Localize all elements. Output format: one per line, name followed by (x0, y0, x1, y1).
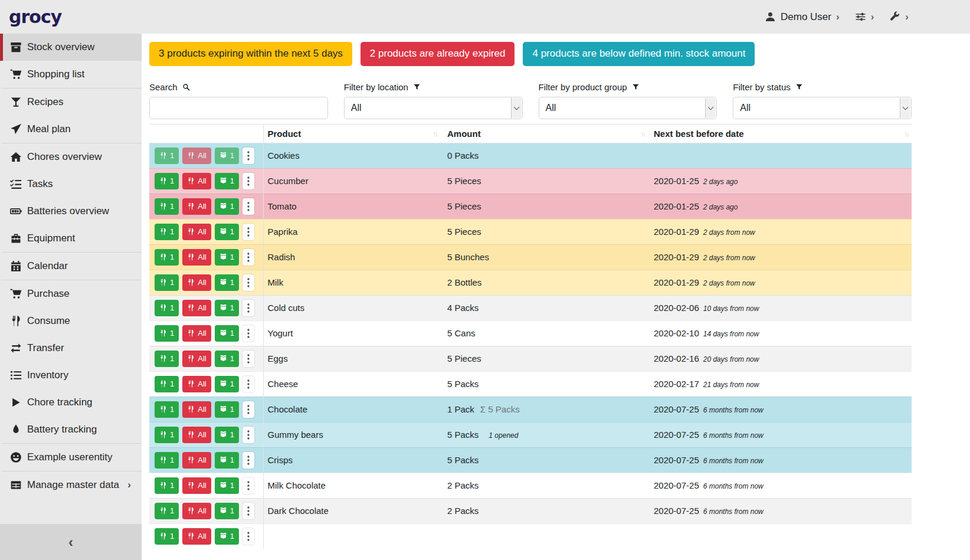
sidebar-item-example-userentity[interactable]: Example userentity (0, 443, 142, 471)
consume-all-button[interactable]: All (182, 376, 211, 392)
product-column-header[interactable]: Product ↑↓ (263, 124, 440, 143)
sidebar-item-equipment[interactable]: Equipment (0, 225, 142, 252)
row-menu-button[interactable] (242, 325, 254, 342)
consume-all-button[interactable]: All (182, 249, 211, 266)
row-menu-button[interactable] (242, 274, 254, 291)
row-menu-button[interactable] (242, 427, 254, 443)
consume-all-button[interactable]: All (182, 401, 211, 418)
consume-all-button[interactable]: All (182, 173, 211, 189)
app-logo[interactable]: grocy (9, 6, 61, 27)
sidebar-item-recipes[interactable]: Recipes (0, 88, 142, 116)
product-group-select[interactable]: All (539, 97, 717, 119)
row-menu-button[interactable] (242, 148, 254, 164)
row-menu-button[interactable] (242, 401, 254, 418)
amount-column-header[interactable]: Amount ↑↓ (440, 124, 648, 143)
consume-one-button[interactable]: 1 (155, 198, 179, 215)
sidebar-item-battery-tracking[interactable]: Battery tracking (0, 416, 142, 443)
row-menu-button[interactable] (242, 300, 254, 316)
consume-all-button[interactable]: All (182, 503, 211, 519)
sidebar-item-transfer[interactable]: Transfer (0, 335, 142, 362)
row-menu-button[interactable] (242, 503, 254, 519)
open-one-button[interactable]: 1 (215, 503, 239, 519)
row-menu-button[interactable] (242, 528, 254, 545)
status-alert[interactable]: 3 products expiring within the next 5 da… (149, 42, 352, 66)
consume-one-button[interactable]: 1 (155, 477, 179, 494)
consume-one-button[interactable]: 1 (155, 452, 179, 469)
open-one-button[interactable]: 1 (215, 274, 239, 291)
open-one-button[interactable]: 1 (215, 528, 239, 545)
row-menu-button[interactable] (242, 198, 254, 215)
open-one-button[interactable]: 1 (215, 249, 239, 266)
row-menu-button[interactable] (242, 224, 254, 240)
sort-icon[interactable]: ↑↓ (640, 129, 644, 138)
consume-one-button[interactable]: 1 (155, 427, 179, 443)
sidebar-item-chore-tracking[interactable]: Chore tracking (0, 389, 142, 416)
open-one-button[interactable]: 1 (215, 224, 239, 240)
consume-one-button[interactable]: 1 (155, 376, 179, 392)
consume-one-button[interactable]: 1 (155, 325, 179, 342)
sidebar-item-shopping-list[interactable]: Shopping list (0, 61, 142, 88)
consume-all-button[interactable]: All (182, 427, 211, 443)
admin-menu[interactable]: › (889, 11, 909, 22)
consume-all-button[interactable]: All (182, 224, 211, 240)
consume-one-button[interactable]: 1 (155, 351, 179, 367)
row-menu-button[interactable] (242, 376, 254, 392)
search-input[interactable] (149, 97, 328, 119)
consume-one-button[interactable]: 1 (155, 528, 179, 545)
consume-one-button[interactable]: 1 (155, 274, 179, 291)
consume-all-button[interactable]: All (182, 198, 211, 215)
sidebar-item-batteries-overview[interactable]: Batteries overview (0, 198, 142, 225)
open-one-button[interactable]: 1 (215, 401, 239, 418)
sidebar-item-meal-plan[interactable]: Meal plan (0, 116, 142, 143)
open-one-button[interactable]: 1 (215, 351, 239, 367)
consume-one-button[interactable]: 1 (155, 300, 179, 316)
sort-icon[interactable]: ↑↓ (432, 129, 437, 138)
row-menu-button[interactable] (242, 173, 254, 189)
sidebar-item-tasks[interactable]: Tasks (0, 171, 142, 198)
consume-all-button[interactable]: All (182, 351, 211, 367)
row-menu-button[interactable] (242, 249, 254, 266)
best-before-column-header[interactable]: Next best before date ↑↓ (648, 124, 912, 143)
consume-one-button[interactable]: 1 (155, 173, 179, 189)
consume-one-button[interactable]: 1 (155, 224, 179, 240)
row-menu-button[interactable] (242, 477, 254, 494)
open-one-button[interactable]: 1 (215, 173, 239, 189)
row-menu-button[interactable] (242, 452, 254, 469)
consume-one-button[interactable]: 1 (155, 249, 179, 266)
utensils-icon (159, 355, 167, 362)
open-one-button[interactable]: 1 (215, 427, 239, 443)
location-select[interactable]: All (344, 97, 523, 119)
open-one-button[interactable]: 1 (215, 325, 239, 342)
consume-all-button[interactable]: All (182, 325, 211, 342)
open-one-button[interactable]: 1 (215, 300, 239, 316)
consume-all-button[interactable]: All (182, 528, 211, 545)
consume-one-button[interactable]: 1 (155, 503, 179, 519)
sort-icon[interactable]: ↑↓ (904, 129, 908, 138)
user-menu[interactable]: Demo User › (765, 11, 840, 23)
status-select[interactable]: All (733, 97, 912, 119)
sidebar-item-purchase[interactable]: Purchase (0, 280, 142, 307)
consume-all-button[interactable]: All (182, 274, 211, 291)
consume-all-button[interactable]: All (182, 452, 211, 469)
open-one-button[interactable]: 1 (215, 376, 239, 392)
open-one-button[interactable]: 1 (215, 477, 239, 494)
sidebar-item-inventory[interactable]: Inventory (0, 362, 142, 389)
consume-all-button[interactable]: All (182, 477, 211, 494)
sidebar-item-consume[interactable]: Consume (0, 307, 142, 335)
settings-menu[interactable]: › (855, 11, 874, 22)
status-alert[interactable]: 2 products are already expired (361, 42, 515, 66)
open-one-button[interactable]: 1 (215, 198, 239, 215)
sidebar-item-stock-overview[interactable]: Stock overview (0, 34, 142, 61)
consume-one-button[interactable]: 1 (155, 148, 179, 164)
sidebar-item-manage-master-data[interactable]: Manage master data › (0, 471, 142, 499)
consume-all-button[interactable]: All (182, 300, 211, 316)
open-one-button[interactable]: 1 (215, 452, 239, 469)
consume-all-button[interactable]: All (182, 148, 211, 164)
open-one-button[interactable]: 1 (215, 148, 239, 164)
sidebar-item-calendar[interactable]: Calendar (0, 252, 142, 280)
sidebar-collapse-button[interactable]: ‹ (0, 524, 142, 560)
consume-one-button[interactable]: 1 (155, 401, 179, 418)
row-menu-button[interactable] (242, 351, 254, 367)
sidebar-item-chores-overview[interactable]: Chores overview (0, 143, 142, 171)
status-alert[interactable]: 4 products are below defined min. stock … (523, 42, 755, 66)
